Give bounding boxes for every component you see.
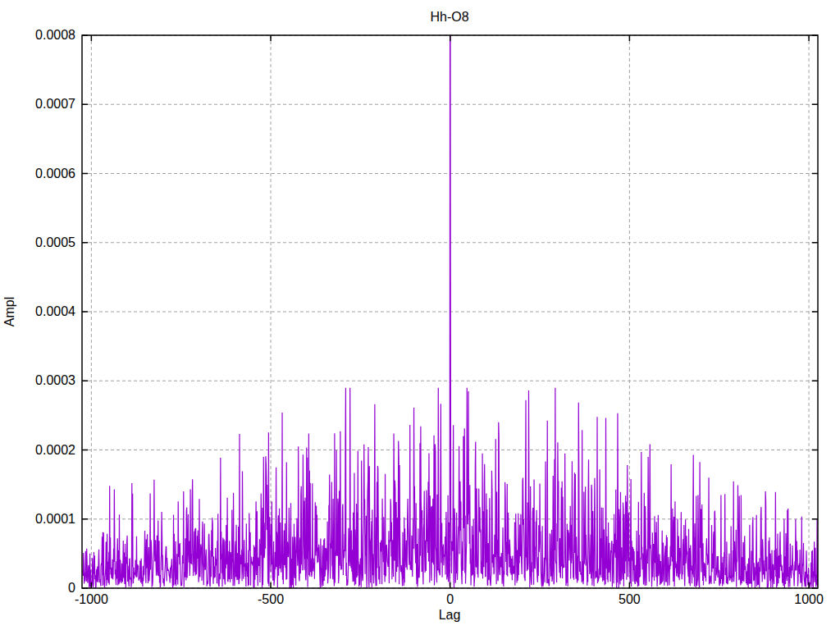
y-tick-label: 0.0001 [35,512,75,526]
x-tick-label: -1000 [75,592,108,606]
chart-figure: -1000-5000500100000.00010.00020.00030.00… [0,0,840,630]
chart-title: Hh-O8 [430,10,468,24]
x-tick-label: 0 [446,592,454,606]
series-line [83,0,818,588]
x-tick-label: 500 [619,592,641,606]
chart-svg: -1000-5000500100000.00010.00020.00030.00… [0,0,840,630]
series-layer [83,0,818,588]
y-tick-label: 0.0003 [35,373,75,387]
x-tick-label: -500 [258,592,284,606]
y-tick-label: 0.0006 [35,167,75,180]
y-tick-label: 0 [68,581,75,595]
y-tick-label: 0.0002 [35,443,75,457]
y-tick-label: 0.0007 [35,97,75,111]
y-tick-label: 0.0004 [35,304,75,318]
y-axis-label: Ampl [2,297,16,326]
y-tick-label: 0.0008 [35,28,75,42]
x-axis-label: Lag [439,608,461,622]
x-tick-label: 1000 [794,592,824,606]
y-tick-label: 0.0005 [35,235,75,249]
